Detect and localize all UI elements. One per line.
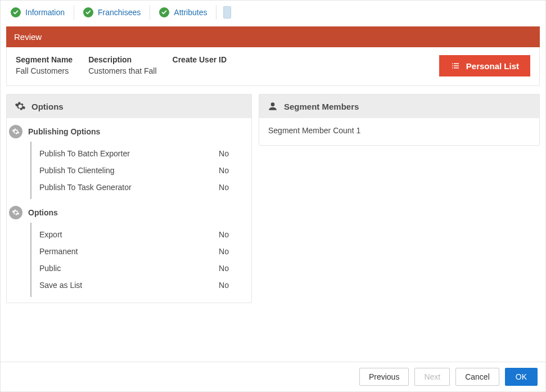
segment-member-count: Segment Member Count 1 xyxy=(268,126,360,135)
publishing-options-group: Publishing Options Publish To Batch Expo… xyxy=(7,121,251,199)
group-title: Publishing Options xyxy=(28,127,100,136)
option-row: Public No xyxy=(39,260,251,277)
personal-list-label: Personal List xyxy=(466,61,519,71)
cancel-button[interactable]: Cancel xyxy=(455,368,499,386)
group-list: Export No Permanent No Public No Save as… xyxy=(30,223,251,297)
tab-franchisees[interactable]: Franchisees xyxy=(74,5,150,20)
list-icon xyxy=(450,61,461,71)
tab-label: Attributes xyxy=(174,8,207,17)
check-icon xyxy=(159,7,169,17)
field-segment-name: Segment Name Fall Customers xyxy=(16,55,73,75)
segment-name-value: Fall Customers xyxy=(16,66,73,75)
current-step-indicator xyxy=(223,6,231,19)
option-row: Publish To Batch Exporter No xyxy=(39,145,251,162)
gear-icon xyxy=(15,101,26,112)
option-value: No xyxy=(219,281,229,290)
description-label: Description xyxy=(88,55,156,64)
option-value: No xyxy=(219,230,229,239)
field-create-user-id: Create User ID xyxy=(173,55,227,75)
group-head: Options xyxy=(7,202,251,223)
summary-bar: Segment Name Fall Customers Description … xyxy=(6,47,540,86)
option-label: Permanent xyxy=(39,247,78,256)
gear-icon xyxy=(9,125,22,138)
options-group: Options Export No Permanent No Public No xyxy=(7,202,251,297)
create-user-id-label: Create User ID xyxy=(173,55,227,64)
footer: Previous Next Cancel OK xyxy=(1,362,545,391)
option-value: No xyxy=(219,183,229,192)
option-value: No xyxy=(219,247,229,256)
option-row: Publish To Clienteling No xyxy=(39,162,251,179)
option-label: Publish To Task Generator xyxy=(39,183,132,192)
wizard-steps: Information Franchisees Attributes xyxy=(1,1,545,26)
options-panel: Options Publishing Options Publish To Ba… xyxy=(6,94,252,303)
field-description: Description Customers that Fall xyxy=(88,55,156,75)
gear-icon xyxy=(9,206,22,219)
group-head: Publishing Options xyxy=(7,121,251,142)
option-label: Save as List xyxy=(39,281,82,290)
tab-label: Information xyxy=(25,8,65,17)
option-value: No xyxy=(219,149,229,158)
person-icon xyxy=(267,101,278,112)
panel-row: Options Publishing Options Publish To Ba… xyxy=(6,94,540,303)
next-button: Next xyxy=(414,368,450,386)
option-label: Publish To Batch Exporter xyxy=(39,149,130,158)
check-icon xyxy=(11,7,21,17)
options-panel-title: Options xyxy=(31,102,64,111)
review-title: Review xyxy=(14,32,42,42)
option-value: No xyxy=(219,264,229,273)
personal-list-button[interactable]: Personal List xyxy=(439,55,530,76)
tab-label: Franchisees xyxy=(98,8,141,17)
option-value: No xyxy=(219,166,229,175)
summary-fields: Segment Name Fall Customers Description … xyxy=(16,55,227,75)
group-title: Options xyxy=(28,208,58,217)
previous-button[interactable]: Previous xyxy=(359,368,409,386)
segment-members-panel: Segment Members Segment Member Count 1 xyxy=(259,94,540,146)
ok-button[interactable]: OK xyxy=(505,368,538,386)
review-banner: Review xyxy=(6,26,540,47)
option-row: Publish To Task Generator No xyxy=(39,179,251,196)
options-panel-head: Options xyxy=(7,94,251,118)
option-row: Permanent No xyxy=(39,243,251,260)
content-area: Review Segment Name Fall Customers Descr… xyxy=(1,26,545,362)
group-list: Publish To Batch Exporter No Publish To … xyxy=(30,142,251,199)
check-icon xyxy=(83,7,93,17)
segment-name-label: Segment Name xyxy=(16,55,73,64)
members-panel-head: Segment Members xyxy=(259,94,539,118)
option-row: Export No xyxy=(39,226,251,243)
option-label: Export xyxy=(39,230,62,239)
members-panel-title: Segment Members xyxy=(284,102,359,111)
option-label: Publish To Clienteling xyxy=(39,166,115,175)
option-label: Public xyxy=(39,264,61,273)
tab-attributes[interactable]: Attributes xyxy=(150,5,216,20)
description-value: Customers that Fall xyxy=(88,66,156,75)
tab-information[interactable]: Information xyxy=(6,5,74,20)
members-panel-body: Segment Member Count 1 xyxy=(259,118,539,145)
option-row: Save as List No xyxy=(39,277,251,294)
